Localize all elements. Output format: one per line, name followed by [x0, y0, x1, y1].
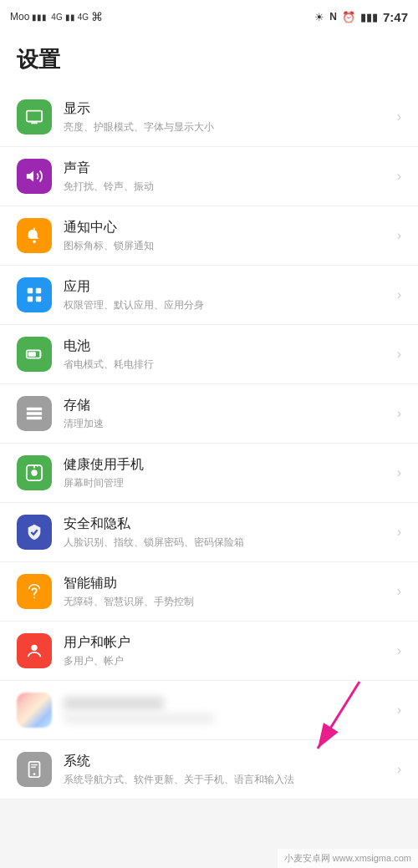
svg-rect-10: [28, 352, 36, 357]
settings-item-account[interactable]: 用户和帐户 多用户、帐户 ›: [0, 622, 418, 681]
chevron-right-icon: ›: [397, 109, 401, 124]
item-title-sound: 声音: [64, 160, 390, 177]
chevron-right-icon: ›: [397, 228, 401, 243]
status-left: Moo ▮▮▮ 4G ▮▮ 4G ⌘: [10, 10, 103, 23]
item-icon-display: [17, 99, 52, 135]
item-subtitle-security: 人脸识别、指纹、锁屏密码、密码保险箱: [64, 536, 390, 550]
alarm-icon: ⏰: [342, 11, 355, 23]
item-subtitle-storage: 清理加速: [64, 417, 390, 431]
item-text-security: 安全和隐私 人脸识别、指纹、锁屏密码、密码保险箱: [64, 515, 390, 550]
svg-rect-0: [27, 111, 42, 122]
signal-4g2: 4G: [78, 13, 89, 22]
svg-point-19: [31, 645, 37, 651]
chevron-right-icon: ›: [397, 762, 401, 777]
item-title: [64, 697, 164, 710]
settings-item-display[interactable]: 显示 亮度、护眼模式、字体与显示大小 ›: [0, 88, 418, 147]
settings-item-health[interactable]: 健康使用手机 屏幕时间管理 ›: [0, 444, 418, 503]
item-subtitle-display: 亮度、护眼模式、字体与显示大小: [64, 120, 390, 135]
chevron-right-icon: ›: [397, 169, 401, 184]
svg-rect-8: [36, 297, 41, 302]
item-text-account: 用户和帐户 多用户、帐户: [64, 634, 390, 668]
svg-point-15: [31, 470, 37, 475]
item-subtitle-account: 多用户、帐户: [64, 654, 390, 668]
settings-item-notification[interactable]: 通知中心 图标角标、锁屏通知 ›: [0, 206, 418, 266]
nfc-icon: N: [329, 11, 337, 23]
item-subtitle-apps: 权限管理、默认应用、应用分身: [64, 298, 390, 312]
item-text-display: 显示 亮度、护眼模式、字体与显示大小: [64, 100, 390, 135]
item-icon-battery: [17, 337, 52, 372]
item-title-security: 安全和隐私: [64, 515, 390, 533]
item-title-display: 显示: [64, 100, 390, 118]
svg-rect-11: [27, 408, 42, 411]
svg-rect-6: [36, 288, 41, 293]
item-title-storage: 存储: [64, 397, 390, 414]
signal-icon: ▮▮▮: [32, 13, 47, 22]
item-title-health: 健康使用手机: [64, 456, 390, 474]
page-header: 设置: [0, 33, 418, 88]
chevron-right-icon: ›: [397, 406, 401, 421]
item-subtitle-sound: 免打扰、铃声、振动: [64, 180, 390, 194]
item-icon-security: [17, 515, 52, 550]
item-subtitle-assist: 无障碍、智慧识屏、手势控制: [64, 595, 390, 609]
page-title: 设置: [17, 45, 401, 74]
item-subtitle-notification: 图标角标、锁屏通知: [64, 239, 390, 253]
item-icon-health: [17, 455, 52, 490]
settings-item-assist[interactable]: 智能辅助 无障碍、智慧识屏、手势控制 ›: [0, 562, 418, 622]
chevron-right-icon: ›: [397, 465, 401, 480]
status-bar: Moo ▮▮▮ 4G ▮▮ 4G ⌘ ☀ N ⏰ ▮▮▮ 7:47: [0, 0, 418, 33]
item-title-account: 用户和帐户: [64, 634, 390, 652]
svg-rect-7: [28, 297, 33, 302]
item-subtitle: [64, 713, 214, 723]
watermark: 小麦安卓网 www.xmsigma.com: [278, 849, 418, 868]
settings-item-system[interactable]: 系统 系统导航方式、软件更新、关于手机、语言和输入法 ›: [0, 740, 418, 799]
brightness-icon: ☀: [314, 11, 324, 23]
settings-item-apps[interactable]: 应用 权限管理、默认应用、应用分身 ›: [0, 266, 418, 325]
svg-point-4: [33, 241, 36, 244]
item-subtitle-system: 系统导航方式、软件更新、关于手机、语言和输入法: [64, 773, 390, 787]
item-text-system: 系统 系统导航方式、软件更新、关于手机、语言和输入法: [64, 753, 390, 787]
item-text-health: 健康使用手机 屏幕时间管理: [64, 456, 390, 490]
item-icon-account: [17, 633, 52, 668]
item-text-notification: 通知中心 图标角标、锁屏通知: [64, 219, 390, 253]
settings-item-sound[interactable]: 声音 免打扰、铃声、振动 ›: [0, 147, 418, 206]
item-text-assist: 智能辅助 无障碍、智慧识屏、手势控制: [64, 575, 390, 609]
wifi-icon: ⌘: [91, 10, 103, 23]
item-subtitle-health: 屏幕时间管理: [64, 476, 390, 490]
settings-item-storage[interactable]: 存储 清理加速 ›: [0, 384, 418, 444]
svg-marker-3: [27, 171, 33, 182]
chevron-right-icon: ›: [397, 347, 401, 362]
svg-rect-13: [27, 417, 42, 420]
chevron-right-icon: ›: [397, 584, 401, 599]
svg-point-21: [33, 773, 36, 775]
chevron-right-icon: ›: [397, 643, 401, 658]
svg-rect-12: [27, 412, 42, 415]
status-right: ☀ N ⏰ ▮▮▮ 7:47: [314, 10, 408, 24]
item-title-system: 系统: [64, 753, 390, 770]
item-subtitle-battery: 省电模式、耗电排行: [64, 358, 390, 372]
item-title-notification: 通知中心: [64, 219, 390, 236]
signal-bars2: ▮▮: [65, 13, 75, 22]
settings-list: 显示 亮度、护眼模式、字体与显示大小 › 声音 免打扰、铃声、振动 › 通知中心…: [0, 88, 418, 799]
item-icon-storage: [17, 396, 52, 431]
item-title-apps: 应用: [64, 278, 390, 296]
time-display: 7:47: [383, 10, 408, 24]
chevron-right-icon: ›: [397, 703, 401, 718]
svg-rect-5: [28, 288, 33, 293]
item-text-storage: 存储 清理加速: [64, 397, 390, 431]
battery-icon: ▮▮▮: [360, 11, 378, 23]
item-title-assist: 智能辅助: [64, 575, 390, 592]
item-icon-system: [17, 752, 52, 787]
chevron-right-icon: ›: [397, 525, 401, 540]
item-title-battery: 电池: [64, 338, 390, 355]
chevron-right-icon: ›: [397, 287, 401, 302]
settings-item-battery[interactable]: 电池 省电模式、耗电排行 ›: [0, 325, 418, 384]
settings-item-security[interactable]: 安全和隐私 人脸识别、指纹、锁屏密码、密码保险箱 ›: [0, 503, 418, 562]
item-icon-sound: [17, 159, 52, 194]
signal-4g: 4G: [51, 13, 62, 22]
blurred-icon: [17, 693, 52, 728]
item-text-battery: 电池 省电模式、耗电排行: [64, 338, 390, 372]
settings-item-blurred[interactable]: ›: [0, 681, 418, 740]
svg-point-18: [33, 596, 35, 598]
item-text-sound: 声音 免打扰、铃声、振动: [64, 160, 390, 194]
item-icon-apps: [17, 277, 52, 312]
